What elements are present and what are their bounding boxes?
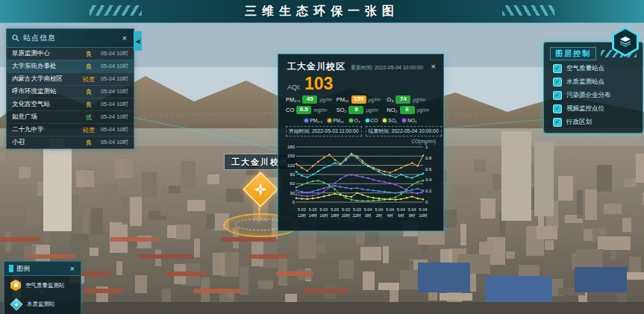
svg-text:22时: 22时: [353, 213, 362, 218]
legend-item-pm10[interactable]: PM₁₀: [328, 118, 344, 123]
station-level: 轻度: [80, 126, 98, 134]
station-update-time: 05-04 10时: [101, 113, 128, 121]
layer-checkbox[interactable]: ✓: [553, 104, 562, 113]
layer-label: 视频监控点位: [566, 104, 604, 113]
pollutant-name: SO₂: [337, 107, 347, 113]
svg-text:0: 0: [425, 200, 428, 204]
layer-item[interactable]: ✓行政区划: [544, 116, 643, 129]
station-update-time: 05-04 10时: [101, 88, 128, 95]
station-level: 良: [80, 50, 98, 58]
svg-text:60: 60: [290, 181, 295, 186]
svg-text:0.4: 0.4: [425, 178, 432, 182]
svg-text:150: 150: [287, 154, 296, 158]
popup-update-time: 更新时间: 2022-05-04 10:00:00: [351, 64, 425, 72]
aqi-value: 103: [304, 75, 333, 92]
legend-panel-title: 图例: [16, 264, 66, 274]
pollutant-value-badge: 155: [351, 95, 366, 104]
svg-text:8时: 8时: [409, 213, 416, 218]
station-row[interactable]: 小召良05-04 10时: [7, 136, 134, 148]
station-panel-title: 站点信息: [23, 33, 117, 43]
svg-text:5-03: 5-03: [353, 207, 361, 212]
pollutant-cell: PM₁₀155µg/m³: [337, 95, 386, 104]
svg-text:5-04: 5-04: [419, 207, 428, 212]
layers-icon: [619, 36, 631, 48]
series-line-so2: [296, 192, 423, 199]
layer-control-panel: 图层控制 ✓空气质量站点✓水质监测站点✓污染源企业分布✓视频监控点位✓行政区划: [543, 42, 643, 134]
right-axis-caption: CO(mg/m³): [278, 138, 443, 144]
legend-item-co[interactable]: CO: [366, 118, 378, 123]
layer-item[interactable]: ✓水质监测站点: [544, 75, 643, 89]
station-row[interactable]: 草原监测中心良05-04 10时: [7, 48, 134, 60]
svg-text:5-04: 5-04: [397, 207, 405, 212]
svg-text:0.8: 0.8: [425, 156, 432, 160]
station-update-time: 05-04 10时: [101, 75, 128, 83]
legend-dot: [328, 119, 331, 122]
panel-collapse-handle[interactable]: ◀: [134, 31, 142, 51]
svg-text:5-03: 5-03: [320, 207, 328, 212]
legend-item-so2[interactable]: SO₂: [383, 118, 397, 123]
end-time-box[interactable]: 结束时间: 2022-05-04 10:00:00: [366, 126, 442, 136]
legend-entry: 水质监测站: [4, 295, 81, 314]
legend-entry-label: 水质监测站: [27, 301, 55, 308]
station-name: 内蒙古大学南校区: [12, 75, 77, 84]
svg-text:6时: 6时: [398, 213, 404, 218]
app-header: 三维生态环保一张图: [0, 0, 644, 23]
layer-checkbox[interactable]: ✓: [553, 118, 562, 127]
legend-label: NO₂: [407, 118, 416, 123]
station-update-time: 05-04 10时: [101, 126, 128, 134]
svg-text:5-04: 5-04: [364, 207, 372, 212]
aqi-label: AQI:: [287, 84, 301, 91]
start-time-box[interactable]: 开始时间: 2022-05-03 11:00:00: [286, 126, 362, 136]
layer-checkbox[interactable]: ✓: [553, 78, 562, 87]
svg-text:5-04: 5-04: [408, 207, 416, 212]
layer-checkbox[interactable]: ✓: [553, 64, 562, 73]
legend-item-pm25[interactable]: PM₂.₅: [304, 118, 322, 123]
legend-dot: [366, 119, 369, 122]
layer-item[interactable]: ✓空气质量站点: [544, 62, 643, 75]
station-level: 优: [80, 113, 98, 122]
series-line-pm10: [296, 154, 423, 172]
close-icon[interactable]: ×: [69, 263, 76, 274]
pollutant-grid: PM₂.₅45µg/m³PM₁₀155µg/m³O₃74µg/m³CO0.5mg…: [278, 92, 443, 116]
svg-text:0时: 0时: [365, 213, 372, 218]
close-icon[interactable]: ×: [121, 33, 128, 44]
pollutant-name: O₃: [387, 96, 393, 103]
close-icon[interactable]: ×: [430, 61, 437, 72]
svg-text:16时: 16时: [319, 213, 328, 218]
layer-item[interactable]: ✓污染源企业分布: [544, 89, 643, 102]
station-level: 轻度: [80, 75, 98, 84]
water-station-icon: [10, 298, 23, 311]
legend-label: PM₁₀: [333, 118, 344, 123]
layer-checkbox[interactable]: ✓: [553, 91, 562, 100]
svg-text:0.2: 0.2: [425, 189, 432, 193]
layer-label: 空气质量站点: [566, 64, 604, 73]
time-range-row: 开始时间: 2022-05-03 11:00:00 结束时间: 2022-05-…: [278, 125, 443, 138]
station-row[interactable]: 大学东街办事处良05-04 10时: [7, 60, 134, 72]
pollutant-name: CO: [286, 107, 294, 113]
search-icon: [12, 34, 19, 42]
pollutant-value-badge: 8: [348, 106, 363, 114]
layer-label: 污染源企业分布: [566, 91, 611, 100]
station-level: 良: [80, 101, 98, 109]
svg-text:1: 1: [425, 145, 428, 149]
station-row[interactable]: 文化宫空气站良05-04 10时: [7, 98, 134, 110]
legend-item-no2[interactable]: NO₂: [402, 118, 416, 123]
station-row[interactable]: 如意广场优05-04 10时: [7, 110, 134, 123]
station-row[interactable]: 呼市环境监测站良05-04 10时: [7, 85, 134, 98]
pollutant-value-badge: 6: [400, 106, 415, 114]
layer-item[interactable]: ✓视频监控点位: [544, 102, 643, 116]
layers-hexagon-inner: [614, 29, 637, 54]
station-row[interactable]: 内蒙古大学南校区轻度05-04 10时: [7, 72, 134, 85]
pollutant-name: PM₁₀: [337, 96, 349, 103]
svg-text:0.6: 0.6: [425, 166, 432, 171]
pollutant-unit: µg/m³: [319, 97, 332, 102]
svg-text:2时: 2时: [376, 213, 383, 218]
header-decoration-left: [90, 5, 142, 16]
station-list: 草原监测中心良05-04 10时大学东街办事处良05-04 10时内蒙古大学南校…: [7, 48, 134, 148]
station-row[interactable]: 二十九中学轻度05-04 10时: [7, 123, 134, 136]
station-name: 大学东街办事处: [12, 62, 77, 71]
page-title: 三维生态环保一张图: [245, 4, 399, 19]
aqi-row: AQI: 103: [278, 75, 443, 92]
legend-label: O₃: [354, 118, 360, 123]
legend-item-o3[interactable]: O₃: [349, 118, 360, 123]
